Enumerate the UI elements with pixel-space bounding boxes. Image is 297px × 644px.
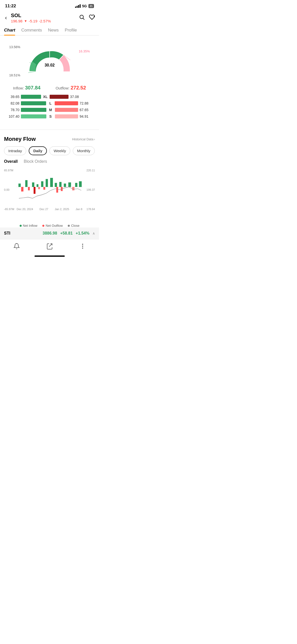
outflow-value: 272.52 <box>71 85 86 90</box>
donut-label-13: 13.56% <box>9 45 20 49</box>
period-monthly-button[interactable]: Monthly <box>73 146 95 155</box>
chart-y-left-labels: 65.97M 0.00 -65.97M <box>4 169 14 211</box>
svg-point-0 <box>80 15 83 19</box>
sub-tab-overall[interactable]: Overall <box>4 159 18 165</box>
stock-change-percent: -2.57% <box>39 19 51 23</box>
notification-icon[interactable] <box>13 243 20 251</box>
svg-rect-24 <box>79 181 82 187</box>
x-label-jan2: Jan 2, 2025 <box>55 208 69 211</box>
y-label-top: 65.97M <box>4 169 14 172</box>
ticker-chevron-icon[interactable]: ∧ <box>92 231 95 235</box>
svg-rect-27 <box>34 187 36 194</box>
price-arrow-icon: ▼ <box>24 19 27 23</box>
legend-close-dot <box>68 225 70 227</box>
inflow-summary: Inflow: 307.84 <box>13 85 41 91</box>
bottom-ticker-bar[interactable]: STI 3886.98 +58.81 +1.54% ∧ <box>0 228 99 239</box>
search-icon[interactable] <box>79 14 85 22</box>
svg-point-35 <box>82 244 83 244</box>
svg-rect-16 <box>41 181 43 187</box>
bar-right-val-m: 67.65 <box>80 108 91 112</box>
bar-right-val-l: 72.88 <box>80 101 91 105</box>
bar-right-val-xl: 37.08 <box>70 95 81 99</box>
bar-left-val-xl: 39.65 <box>8 95 19 99</box>
period-weekly-button[interactable]: Weekly <box>49 146 70 155</box>
donut-chart-section: 13.56% 18.51% 16.35% 30.02 <box>0 36 99 127</box>
svg-rect-20 <box>59 182 61 187</box>
chart-svg <box>17 169 82 205</box>
bar-left-val-s: 107.40 <box>8 114 19 118</box>
bar-size-s: S <box>48 114 53 118</box>
ticker-change1: +58.81 <box>60 231 73 236</box>
svg-rect-26 <box>28 187 30 190</box>
y-right-mid: 199.37 <box>86 188 95 191</box>
inflow-value: 307.84 <box>25 85 40 90</box>
money-flow-section: Money Flow Historical Data › Intraday Da… <box>0 132 99 228</box>
svg-rect-13 <box>25 180 27 187</box>
money-flow-header: Money Flow Historical Data › <box>4 136 95 142</box>
bar-row-xl: 39.65 XL 37.08 <box>8 95 91 99</box>
bar-size-xl: XL <box>43 95 48 99</box>
section-divider <box>0 130 99 130</box>
stock-info: SOL 196.98 ▼ -5.19 -2.57% <box>11 13 79 23</box>
ticker-label: STI <box>4 231 10 236</box>
svg-point-36 <box>82 246 83 246</box>
chart-svg-wrapper <box>17 169 82 206</box>
ticker-price: 3886.98 <box>43 231 57 236</box>
home-indicator <box>0 253 99 258</box>
status-bar: 11:22 5G 21 <box>0 0 99 11</box>
period-daily-button[interactable]: Daily <box>29 146 47 155</box>
bar-red-xl <box>50 95 69 99</box>
svg-rect-12 <box>18 184 21 187</box>
legend-inflow-label: Net Inflow <box>23 224 38 228</box>
svg-rect-23 <box>75 183 77 187</box>
historical-data-link[interactable]: Historical Data › <box>72 137 95 141</box>
battery-icon: 21 <box>88 4 94 8</box>
tab-comments[interactable]: Comments <box>21 25 42 35</box>
bar-left-val-l: 82.08 <box>8 101 19 105</box>
donut-label-18: 18.51% <box>9 73 20 77</box>
chevron-right-icon: › <box>94 137 95 141</box>
y-label-mid: 0.00 <box>4 188 14 191</box>
legend-close: Close <box>68 224 79 228</box>
legend-net-inflow: Net Inflow <box>20 224 38 228</box>
y-right-bot: 178.64 <box>86 208 95 211</box>
bar-right-val-s: 94.91 <box>80 114 91 118</box>
period-buttons: Intraday Daily Weekly Monthly <box>4 146 95 155</box>
chart-y-right-labels: 220.11 199.37 178.64 <box>86 169 95 211</box>
share-icon[interactable] <box>46 243 53 251</box>
main-tabs: Chart Comments News Profile <box>0 25 99 36</box>
bar-row-l: 82.08 L 72.88 <box>8 101 91 105</box>
bar-red-m <box>55 108 78 112</box>
svg-rect-21 <box>64 184 66 187</box>
stock-price-row: 196.98 ▼ -5.19 -2.57% <box>11 19 79 23</box>
svg-line-1 <box>83 18 85 20</box>
watchlist-add-icon[interactable] <box>89 14 95 22</box>
back-button[interactable]: ‹ <box>4 14 8 22</box>
chart-legend: Net Inflow Net Outflow Close <box>4 224 95 228</box>
svg-rect-18 <box>50 178 53 187</box>
legend-outflow-dot <box>42 225 44 227</box>
legend-net-outflow: Net Outflow <box>42 224 63 228</box>
sub-tab-block-orders[interactable]: Block Orders <box>24 159 47 165</box>
chart-x-labels: Dec 20, 2024 Dec 27 Jan 2, 2025 Jan 8 <box>17 208 82 211</box>
flow-bars-section: 39.65 XL 37.08 82.08 L 72.88 78.70 M 67.… <box>4 93 95 125</box>
bar-size-m: M <box>48 108 53 112</box>
inflow-label: Inflow: <box>13 86 24 90</box>
tab-chart[interactable]: Chart <box>4 25 15 35</box>
y-right-top: 220.11 <box>86 169 95 172</box>
svg-rect-15 <box>37 184 38 187</box>
svg-rect-29 <box>43 187 45 190</box>
legend-inflow-dot <box>20 225 22 227</box>
tab-profile[interactable]: Profile <box>65 25 77 35</box>
header-icons <box>79 14 95 22</box>
status-time: 11:22 <box>5 4 16 9</box>
bar-size-l: L <box>48 101 53 105</box>
outflow-summary: Outflow: 272.52 <box>56 85 86 91</box>
bottom-nav <box>0 239 99 253</box>
ticker-change2: +1.54% <box>76 231 89 236</box>
period-intraday-button[interactable]: Intraday <box>4 146 26 155</box>
more-options-icon[interactable] <box>79 243 86 251</box>
svg-rect-28 <box>38 187 40 189</box>
flow-summary: Inflow: 307.84 Outflow: 272.52 <box>4 81 95 93</box>
tab-news[interactable]: News <box>48 25 59 35</box>
